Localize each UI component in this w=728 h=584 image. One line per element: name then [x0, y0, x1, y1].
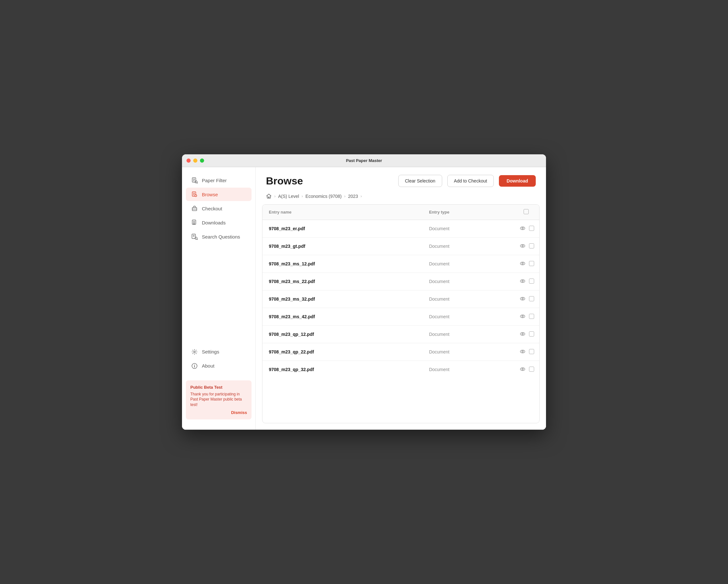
close-button[interactable]	[186, 159, 191, 163]
row-actions-8	[513, 361, 539, 379]
row-checkbox-1[interactable]	[529, 243, 534, 248]
entry-name-6: 9708_m23_qp_12.pdf	[262, 326, 423, 343]
entry-type-0: Document	[423, 220, 513, 238]
breadcrumb-sep-0: ›	[274, 194, 276, 198]
row-checkbox-4[interactable]	[529, 296, 534, 301]
svg-point-43	[522, 368, 524, 370]
svg-point-42	[520, 368, 525, 371]
entry-type-5: Document	[423, 308, 513, 326]
table-row: 9708_m23_ms_42.pdf Document	[262, 308, 539, 326]
entry-name-3: 9708_m23_ms_22.pdf	[262, 273, 423, 290]
row-checkbox-2[interactable]	[529, 261, 534, 266]
entry-type-6: Document	[423, 326, 513, 343]
window-title: Past Paper Master	[346, 158, 382, 163]
breadcrumb-year[interactable]: 2023	[348, 194, 358, 199]
breadcrumb-home-icon[interactable]	[266, 193, 272, 199]
download-button[interactable]: Download	[499, 175, 536, 187]
col-header-entry-name: Entry name	[262, 204, 423, 220]
svg-point-31	[522, 263, 524, 265]
maximize-button[interactable]	[200, 159, 204, 163]
sidebar: Paper Filter Browse	[182, 167, 256, 430]
entry-type-7: Document	[423, 343, 513, 361]
row-checkbox-0[interactable]	[529, 226, 534, 231]
row-checkbox-3[interactable]	[529, 279, 534, 284]
svg-point-40	[520, 350, 525, 353]
settings-icon	[191, 349, 198, 355]
row-actions-0	[513, 220, 539, 238]
row-actions-3	[513, 273, 539, 290]
row-actions-2	[513, 255, 539, 273]
svg-point-33	[522, 280, 524, 282]
row-actions-6	[513, 326, 539, 343]
row-checkbox-8[interactable]	[529, 367, 534, 372]
svg-point-28	[520, 245, 525, 248]
sidebar-item-settings[interactable]: Settings	[186, 345, 252, 359]
view-icon-5[interactable]	[519, 313, 526, 319]
minimize-button[interactable]	[193, 159, 198, 163]
table-row: 9708_m23_er.pdf Document	[262, 220, 539, 238]
sidebar-label-downloads: Downloads	[202, 220, 226, 225]
svg-line-19	[197, 239, 198, 240]
view-icon-2[interactable]	[519, 260, 526, 267]
add-to-checkout-button[interactable]: Add to Checkout	[447, 175, 494, 187]
clear-selection-button[interactable]: Clear Selection	[398, 175, 442, 187]
app-window: Past Paper Master	[182, 154, 546, 430]
table-header-row: Entry name Entry type	[262, 204, 539, 220]
checkout-icon	[191, 205, 198, 212]
svg-point-27	[522, 228, 524, 229]
entry-type-4: Document	[423, 290, 513, 308]
app-body: Paper Filter Browse	[182, 167, 546, 430]
view-icon-6[interactable]	[519, 331, 526, 337]
sidebar-label-about: About	[202, 363, 214, 368]
entry-name-2: 9708_m23_ms_12.pdf	[262, 255, 423, 273]
sidebar-item-checkout[interactable]: Checkout	[186, 202, 252, 215]
svg-point-22	[194, 351, 196, 353]
breadcrumb-level[interactable]: A(S) Level	[278, 194, 299, 199]
row-checkbox-6[interactable]	[529, 331, 534, 336]
sidebar-label-search-questions: Search Questions	[202, 234, 240, 240]
view-icon-1[interactable]	[519, 243, 526, 249]
about-icon	[191, 362, 198, 369]
sidebar-label-paper-filter: Paper Filter	[202, 178, 227, 183]
entry-name-7: 9708_m23_qp_22.pdf	[262, 343, 423, 361]
beta-title: Public Beta Test	[190, 385, 247, 390]
view-icon-8[interactable]	[519, 366, 526, 372]
view-icon-4[interactable]	[519, 296, 526, 302]
row-actions-4	[513, 290, 539, 308]
window-controls	[186, 159, 204, 163]
svg-point-39	[522, 333, 524, 335]
sidebar-label-browse: Browse	[202, 192, 218, 197]
sidebar-item-browse[interactable]: Browse	[186, 188, 252, 201]
col-header-entry-type: Entry type	[423, 204, 513, 220]
paper-filter-icon	[191, 177, 198, 184]
beta-dismiss-button[interactable]: Dismiss	[190, 410, 247, 415]
table-row: 9708_m23_gt.pdf Document	[262, 238, 539, 255]
breadcrumb-sep-3: ›	[361, 194, 362, 198]
sidebar-item-downloads[interactable]: Downloads	[186, 216, 252, 229]
entry-name-0: 9708_m23_er.pdf	[262, 220, 423, 238]
view-icon-7[interactable]	[519, 349, 526, 355]
view-icon-3[interactable]	[519, 278, 526, 284]
row-checkbox-5[interactable]	[529, 314, 534, 319]
file-table-container: Entry name Entry type 9708_m23_er.pdf Do…	[262, 204, 540, 423]
breadcrumb-subject[interactable]: Economics (9708)	[305, 194, 342, 199]
table-row: 9708_m23_qp_22.pdf Document	[262, 343, 539, 361]
col-header-checkbox[interactable]	[513, 204, 539, 220]
sidebar-item-paper-filter[interactable]: Paper Filter	[186, 173, 252, 187]
view-icon-0[interactable]	[519, 225, 526, 231]
svg-point-41	[522, 351, 524, 353]
svg-point-32	[520, 280, 525, 283]
beta-box: Public Beta Test Thank you for participa…	[186, 380, 252, 419]
sidebar-item-search-questions[interactable]: Search Questions	[186, 230, 252, 243]
main-header: Browse Clear Selection Add to Checkout D…	[256, 167, 546, 193]
beta-text: Thank you for participating in Past Pape…	[190, 392, 247, 408]
sidebar-item-about[interactable]: About	[186, 359, 252, 373]
entry-type-2: Document	[423, 255, 513, 273]
entry-name-8: 9708_m23_qp_32.pdf	[262, 361, 423, 379]
row-checkbox-7[interactable]	[529, 349, 534, 354]
table-body: 9708_m23_er.pdf Document 9708_m23_gt.pdf…	[262, 220, 539, 379]
select-all-checkbox[interactable]	[524, 209, 529, 214]
breadcrumb: › A(S) Level › Economics (9708) › 2023 ›	[256, 193, 546, 204]
svg-point-37	[522, 316, 524, 317]
table-row: 9708_m23_ms_22.pdf Document	[262, 273, 539, 290]
